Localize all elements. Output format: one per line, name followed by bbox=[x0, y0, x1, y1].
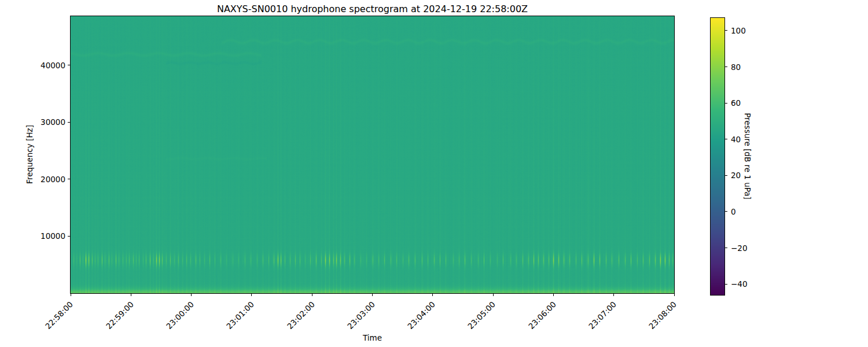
x-tick-mark bbox=[191, 294, 192, 296]
colorbar-tick-label: 60 bbox=[731, 98, 741, 108]
y-tick-mark bbox=[68, 179, 70, 179]
x-tick-label: 23:00:00 bbox=[164, 300, 196, 331]
x-tick-mark bbox=[372, 294, 373, 296]
x-tick-label: 23:05:00 bbox=[466, 300, 497, 331]
x-tick-mark bbox=[432, 294, 433, 296]
colorbar-tick-mark bbox=[725, 175, 727, 176]
x-tick-mark bbox=[493, 294, 494, 296]
x-tick-mark bbox=[131, 294, 131, 296]
x-tick-mark bbox=[71, 294, 71, 296]
y-tick-mark bbox=[68, 236, 70, 237]
x-tick-label: 23:07:00 bbox=[587, 300, 618, 331]
colorbar-tick-label: 40 bbox=[731, 135, 741, 144]
colorbar bbox=[710, 17, 725, 296]
x-tick-label: 23:03:00 bbox=[345, 300, 377, 331]
colorbar-tick-label: 100 bbox=[731, 26, 746, 35]
spectrogram-figure: NAXYS-SN0010 hydrophone spectrogram at 2… bbox=[0, 0, 868, 347]
colorbar-tick-label: 80 bbox=[731, 62, 741, 72]
y-tick-label: 30000 bbox=[23, 117, 65, 127]
colorbar-tick-label: −20 bbox=[731, 243, 748, 253]
colorbar-tick-label: 0 bbox=[731, 207, 736, 216]
colorbar-tick-mark bbox=[725, 67, 727, 67]
x-tick-mark bbox=[312, 294, 312, 296]
colorbar-tick-mark bbox=[725, 248, 727, 248]
x-tick-mark bbox=[613, 294, 614, 296]
x-tick-label: 23:01:00 bbox=[225, 300, 256, 331]
colorbar-canvas bbox=[711, 18, 724, 295]
x-tick-label: 22:59:00 bbox=[104, 300, 135, 331]
spectrogram-plot-area bbox=[70, 16, 675, 294]
x-tick-label: 23:08:00 bbox=[647, 300, 678, 331]
y-tick-label: 10000 bbox=[23, 231, 65, 241]
x-tick-mark bbox=[553, 294, 554, 296]
y-tick-mark bbox=[68, 65, 70, 65]
x-tick-mark bbox=[674, 294, 675, 296]
colorbar-tick-mark bbox=[725, 139, 727, 139]
x-tick-label: 23:06:00 bbox=[527, 300, 558, 331]
x-axis-label: Time bbox=[71, 333, 674, 342]
plot-title: NAXYS-SN0010 hydrophone spectrogram at 2… bbox=[71, 3, 674, 14]
x-tick-mark bbox=[251, 294, 252, 296]
colorbar-tick-mark bbox=[725, 284, 727, 285]
colorbar-tick-mark bbox=[725, 211, 727, 212]
y-tick-label: 40000 bbox=[23, 61, 65, 70]
spectrogram-canvas bbox=[71, 16, 674, 293]
colorbar-tick-label: 20 bbox=[731, 171, 741, 180]
colorbar-tick-mark bbox=[725, 30, 727, 31]
x-tick-label: 23:04:00 bbox=[406, 300, 437, 331]
colorbar-tick-mark bbox=[725, 103, 727, 104]
x-tick-label: 22:58:00 bbox=[43, 300, 75, 331]
colorbar-label: Pressure [dB re 1 uPa] bbox=[743, 113, 752, 200]
x-tick-label: 23:02:00 bbox=[285, 300, 316, 331]
y-tick-mark bbox=[68, 122, 70, 123]
colorbar-tick-label: −40 bbox=[731, 279, 748, 289]
y-tick-label: 20000 bbox=[23, 175, 65, 184]
